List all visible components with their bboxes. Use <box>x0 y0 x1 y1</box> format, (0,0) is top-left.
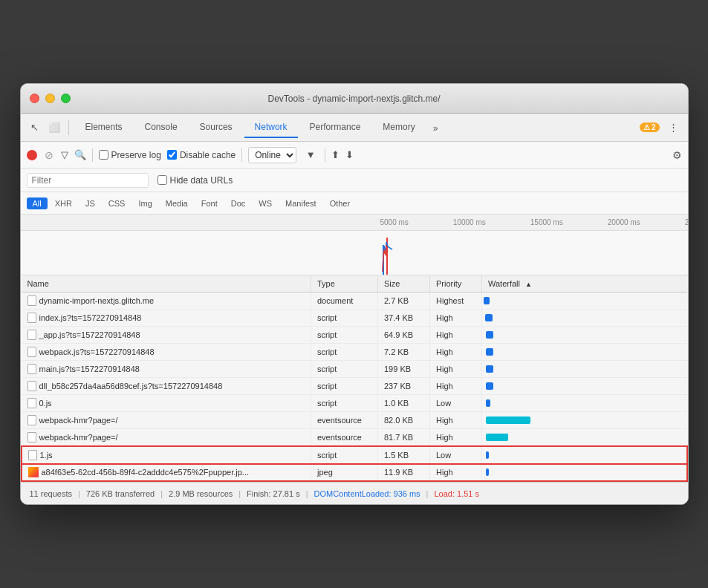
th-size[interactable]: Size <box>378 275 430 293</box>
toolbar-separator-1 <box>68 120 69 135</box>
filter-type-ws[interactable]: WS <box>253 197 278 209</box>
cell-size: 11.9 KB <box>378 464 430 482</box>
filter-type-media[interactable]: Media <box>160 197 194 209</box>
table-row[interactable]: _app.js?ts=1572270914848script64.9 KBHig… <box>22 327 687 344</box>
table-row[interactable]: webpack.js?ts=1572270914848script7.2 KBH… <box>22 344 687 361</box>
tab-console[interactable]: Console <box>134 117 188 138</box>
close-button[interactable] <box>30 94 39 103</box>
th-priority[interactable]: Priority <box>430 275 482 293</box>
cell-waterfall <box>482 429 687 447</box>
cell-waterfall <box>482 344 687 361</box>
main-nav-tabs: Elements Console Sources Network Perform… <box>75 117 444 138</box>
device-icon[interactable]: ⬜ <box>46 120 62 136</box>
table-row[interactable]: a84f63e5-62cd-456b-89f4-c2adddc4e575%2Fp… <box>22 464 687 482</box>
download-icon[interactable]: ⬇ <box>345 149 354 160</box>
disable-cache-checkbox[interactable] <box>167 150 177 160</box>
filter-type-js[interactable]: JS <box>79 197 101 209</box>
more-tabs-button[interactable]: » <box>427 119 444 138</box>
cell-waterfall <box>482 310 687 327</box>
upload-icon[interactable]: ⬆ <box>331 149 340 160</box>
cell-size: 37.4 KB <box>378 310 430 327</box>
cell-name: webpack-hmr?page=/ <box>22 429 311 447</box>
window-title: DevTools - dynamic-import-nextjs.glitch.… <box>267 94 440 104</box>
filter-type-xhr[interactable]: XHR <box>49 197 78 209</box>
hide-data-urls-checkbox[interactable] <box>157 175 167 185</box>
timeline-ruler: 5000 ms10000 ms15000 ms20000 ms25000 ms3… <box>21 215 688 231</box>
filter-type-manifest[interactable]: Manifest <box>279 197 322 209</box>
network-table-container[interactable]: Name Type Size Priority Waterfall ▲ dyna… <box>21 275 688 482</box>
tab-elements[interactable]: Elements <box>75 117 133 138</box>
table-row[interactable]: 0.jsscript1.0 KBLow <box>22 395 687 412</box>
table-row[interactable]: index.js?ts=1572270914848script37.4 KBHi… <box>22 310 687 327</box>
filter-icon[interactable]: ▽ <box>61 149 68 160</box>
file-name: webpack-hmr?page=/ <box>39 433 118 442</box>
traffic-lights <box>30 94 71 103</box>
search-icon[interactable]: 🔍 <box>74 149 86 160</box>
filter-bar: Hide data URLs <box>21 169 688 192</box>
cell-priority: Highest <box>430 293 482 310</box>
file-icon <box>27 347 36 357</box>
filter-input[interactable] <box>27 173 149 188</box>
tab-performance[interactable]: Performance <box>299 117 371 138</box>
settings-icon[interactable]: ⚙ <box>672 149 682 161</box>
table-row[interactable]: webpack-hmr?page=/eventsource81.7 KBHigh <box>22 429 687 447</box>
network-table: Name Type Size Priority Waterfall ▲ dyna… <box>21 275 688 482</box>
waterfall-bar <box>486 331 493 339</box>
status-bar: 11 requests | 726 KB transferred | 2.9 M… <box>21 482 688 504</box>
warning-badge[interactable]: ⚠ 2 <box>640 122 660 132</box>
file-name: 0.js <box>39 399 52 408</box>
cell-name: webpack.js?ts=1572270914848 <box>22 344 311 361</box>
filter-types-bar: AllXHRJSCSSImgMediaFontDocWSManifestOthe… <box>21 192 688 215</box>
cell-type: script <box>311 344 378 361</box>
filter-type-css[interactable]: CSS <box>103 197 131 209</box>
disable-cache-label: Disable cache <box>180 150 236 160</box>
table-row[interactable]: webpack-hmr?page=/eventsource82.0 KBHigh <box>22 412 687 429</box>
throttle-select[interactable]: Online <box>248 147 296 163</box>
cell-priority: High <box>430 378 482 395</box>
warning-icon: ⚠ <box>643 123 650 131</box>
waterfall-bar <box>486 348 493 356</box>
waterfall-bar <box>486 451 489 459</box>
stop-button[interactable]: ⊘ <box>43 149 55 161</box>
table-row[interactable]: 1.jsscript1.5 KBLow <box>22 446 687 464</box>
file-icon <box>27 398 36 408</box>
hide-data-urls-label: Hide data URLs <box>170 175 233 186</box>
tab-sources[interactable]: Sources <box>189 117 243 138</box>
table-row[interactable]: dynamic-import-nextjs.glitch.medocument2… <box>22 293 687 310</box>
filter-type-img[interactable]: Img <box>132 197 157 209</box>
th-type[interactable]: Type <box>311 275 378 293</box>
preserve-log-checkbox[interactable] <box>99 150 108 160</box>
more-options-icon[interactable]: ⋮ <box>666 120 682 136</box>
waterfall-bar <box>486 399 490 407</box>
maximize-button[interactable] <box>61 94 71 103</box>
table-row[interactable]: main.js?ts=1572270914848script199 KBHigh <box>22 361 687 378</box>
waterfall-bar <box>485 314 493 321</box>
file-name: _app.js?ts=1572270914848 <box>39 330 140 339</box>
th-waterfall[interactable]: Waterfall ▲ <box>482 275 687 293</box>
filter-type-other[interactable]: Other <box>324 197 357 209</box>
cell-waterfall <box>482 446 687 464</box>
filter-type-font[interactable]: Font <box>195 197 224 209</box>
ruler-mark-2: 15000 ms <box>530 218 563 226</box>
tab-network[interactable]: Network <box>244 117 298 138</box>
file-icon <box>27 364 36 374</box>
throttle-expand-icon[interactable]: ▼ <box>302 147 319 163</box>
status-requests: 11 requests <box>30 489 72 498</box>
preserve-log-label: Preserve log <box>111 150 161 160</box>
cell-size: 64.9 KB <box>378 327 430 344</box>
warning-count: 2 <box>652 123 656 131</box>
file-name: 1.js <box>40 451 53 460</box>
record-button[interactable] <box>27 150 37 160</box>
cell-size: 82.0 KB <box>378 412 430 429</box>
waterfall-bar <box>486 468 489 476</box>
cell-size: 199 KB <box>378 361 430 378</box>
tab-memory[interactable]: Memory <box>372 117 425 138</box>
minimize-button[interactable] <box>45 94 55 103</box>
table-row[interactable]: dll_b58c257da4aa56d89cef.js?ts=157227091… <box>22 378 687 395</box>
cell-size: 81.7 KB <box>378 429 430 447</box>
filter-type-all[interactable]: All <box>27 197 48 209</box>
cursor-icon[interactable]: ↖ <box>27 120 43 136</box>
th-name[interactable]: Name <box>22 275 311 293</box>
cell-name: webpack-hmr?page=/ <box>22 412 311 429</box>
filter-type-doc[interactable]: Doc <box>225 197 252 209</box>
